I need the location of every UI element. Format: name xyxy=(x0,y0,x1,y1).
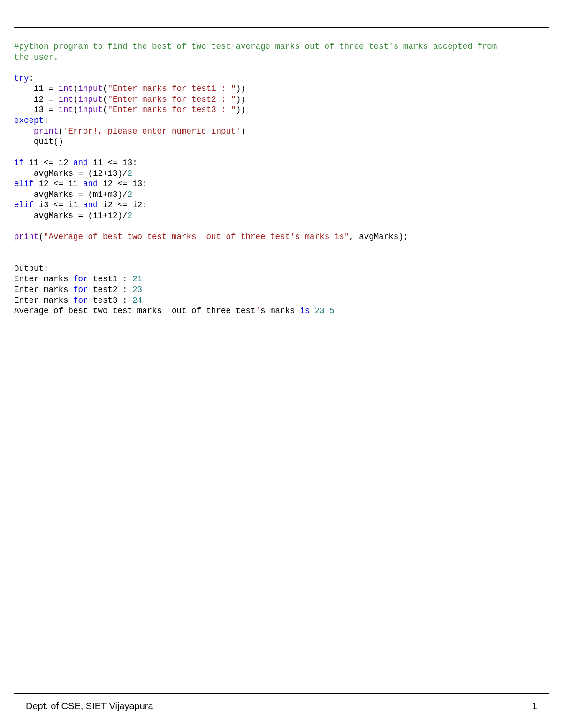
op-lte: <= xyxy=(113,179,132,188)
code-comment-line2: the user. xyxy=(14,53,59,62)
expr-m1m3: (m1+m3) xyxy=(88,190,123,199)
string-error: 'Error!, please enter numeric input' xyxy=(63,127,241,136)
var-avgmarks: avgMarks xyxy=(359,232,398,241)
paren-close-close: )) xyxy=(236,95,246,104)
var-i1: i1 xyxy=(68,200,78,210)
indent xyxy=(14,84,34,93)
op-lte: <= xyxy=(49,200,68,210)
footer-page-number: 1 xyxy=(532,701,537,712)
op-lte: <= xyxy=(103,158,122,167)
builtin-input: input xyxy=(78,84,103,93)
builtin-int: int xyxy=(59,95,74,104)
paren-close: ) xyxy=(241,127,246,136)
paren-open: ( xyxy=(103,84,108,93)
code-comment-line1: #python program to find the best of two … xyxy=(14,42,497,51)
paren-close: ) xyxy=(398,232,403,241)
paren-open: ( xyxy=(59,127,64,136)
string-avg: "Average of best two test marks out of t… xyxy=(44,232,349,241)
var-i2: i2 xyxy=(39,179,49,188)
var-i2: i2 xyxy=(103,179,113,188)
paren-close: ) xyxy=(59,137,64,146)
paren-open: ( xyxy=(73,84,78,93)
op-lte: <= xyxy=(39,158,59,167)
indent xyxy=(14,105,34,114)
output-line3-val: 24 xyxy=(132,296,142,305)
indent xyxy=(14,169,34,178)
keyword-for: for xyxy=(73,274,88,284)
keyword-elif: elif xyxy=(14,179,34,188)
string-test1: "Enter marks for test1 : " xyxy=(108,84,236,93)
var-i2: i2 xyxy=(132,200,142,210)
var-i2: i2 xyxy=(59,158,68,167)
op-lte: <= xyxy=(113,200,132,210)
builtin-input: input xyxy=(78,105,103,114)
bottom-border-line xyxy=(14,693,549,694)
paren-open: ( xyxy=(53,137,59,146)
number-2: 2 xyxy=(128,169,133,178)
keyword-and: and xyxy=(83,200,98,210)
op-eq: = xyxy=(44,95,59,104)
footer-left-text: Dept. of CSE, SIET Vijayapura xyxy=(26,701,153,712)
paren-open: ( xyxy=(103,105,108,114)
op-lte: <= xyxy=(49,179,68,188)
var-i1: i1 xyxy=(93,158,103,167)
builtin-input: input xyxy=(78,95,103,104)
paren-open: ( xyxy=(73,95,78,104)
indent xyxy=(14,211,34,220)
keyword-if: if xyxy=(14,158,24,167)
output-line3-pre: Enter marks xyxy=(14,296,73,305)
output-line4-val: 23.5 xyxy=(315,306,335,315)
number-2: 2 xyxy=(128,211,133,220)
paren-open: ( xyxy=(103,95,108,104)
output-line1-post: test1 : xyxy=(88,274,133,284)
keyword-is: is xyxy=(300,306,310,315)
colon: : xyxy=(142,200,147,210)
output-line4-mid: s marks xyxy=(260,306,300,315)
indent xyxy=(14,137,34,146)
op-slash: / xyxy=(122,190,128,199)
output-line2-val: 23 xyxy=(132,285,142,294)
string-test3: "Enter marks for test3 : " xyxy=(108,105,236,114)
op-eq: = xyxy=(73,169,88,178)
var-avgmarks: avgMarks xyxy=(34,190,73,199)
expr-i1i2: (i1+i2) xyxy=(88,211,123,220)
keyword-except: except xyxy=(14,116,44,125)
code-content: #python program to find the best of two … xyxy=(14,41,549,316)
indent xyxy=(14,127,34,136)
var-i1: i1 xyxy=(29,158,39,167)
var-i3: i3 xyxy=(34,105,44,114)
top-border-line xyxy=(14,27,549,28)
var-i3: i3 xyxy=(39,200,49,210)
var-i1: i1 xyxy=(68,179,78,188)
string-test2: "Enter marks for test2 : " xyxy=(108,95,236,104)
expr-i2i3: (i2+i3) xyxy=(88,169,123,178)
op-eq: = xyxy=(44,84,59,93)
colon: : xyxy=(132,158,137,167)
paren-open: ( xyxy=(73,105,78,114)
semicolon: ; xyxy=(403,232,409,241)
indent xyxy=(14,95,34,104)
keyword-try: try xyxy=(14,74,29,83)
builtin-print: print xyxy=(14,232,39,241)
keyword-for: for xyxy=(73,296,88,305)
output-line4-apos: ' xyxy=(256,306,261,315)
paren-close-close: )) xyxy=(236,105,246,114)
builtin-int: int xyxy=(59,84,74,93)
output-line2-pre: Enter marks xyxy=(14,285,73,294)
colon: : xyxy=(142,179,147,188)
var-i1: i1 xyxy=(34,84,44,93)
var-i2: i2 xyxy=(103,200,113,210)
output-label: Output: xyxy=(14,264,49,273)
keyword-elif: elif xyxy=(14,200,34,210)
colon: : xyxy=(29,74,34,83)
var-i3: i3 xyxy=(122,158,132,167)
output-line4-pre: Average of best two test marks out of th… xyxy=(14,306,256,315)
number-2: 2 xyxy=(128,190,133,199)
output-line3-post: test3 : xyxy=(88,296,133,305)
colon: : xyxy=(44,116,49,125)
keyword-and: and xyxy=(83,179,98,188)
page-footer: Dept. of CSE, SIET Vijayapura 1 xyxy=(26,701,537,712)
output-line1-val: 21 xyxy=(132,274,142,284)
keyword-for: for xyxy=(73,285,88,294)
builtin-quit: quit xyxy=(34,137,53,146)
